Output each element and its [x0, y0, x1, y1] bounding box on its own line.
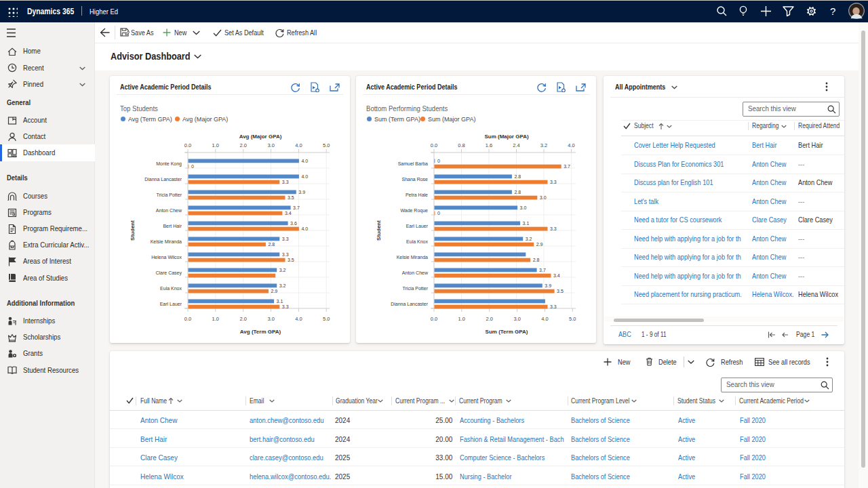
svg-text:2.8: 2.8	[268, 242, 275, 247]
svg-text:Avg (Term GPA): Avg (Term GPA)	[240, 329, 281, 335]
svg-text:4.0: 4.0	[301, 226, 308, 231]
svg-text:4.0: 4.0	[568, 142, 574, 148]
svg-text:0.0: 0.0	[431, 316, 437, 322]
svg-text:4.0: 4.0	[295, 316, 302, 322]
svg-text:0.8: 0.8	[458, 142, 465, 148]
svg-text:3.3: 3.3	[550, 226, 557, 231]
svg-text:2.8: 2.8	[514, 190, 521, 195]
svg-text:4.0: 4.0	[541, 316, 548, 322]
svg-text:3.3: 3.3	[550, 304, 557, 309]
svg-text:4.0: 4.0	[301, 174, 308, 179]
svg-text:3.2: 3.2	[279, 268, 286, 272]
svg-text:3.5: 3.5	[288, 195, 294, 200]
svg-text:0: 0	[437, 159, 440, 163]
svg-text:Anton Chew: Anton Chew	[402, 270, 429, 275]
svg-text:3.0: 3.0	[267, 142, 274, 148]
svg-text:0: 0	[191, 164, 194, 169]
svg-text:2.8: 2.8	[514, 174, 521, 179]
svg-text:0.0: 0.0	[184, 316, 191, 322]
svg-text:Dianna Lancaster: Dianna Lancaster	[391, 302, 429, 306]
svg-text:3.2: 3.2	[526, 237, 532, 241]
svg-text:Eula Knox: Eula Knox	[160, 286, 182, 291]
svg-text:5.0: 5.0	[323, 316, 330, 322]
svg-text:3.4: 3.4	[553, 273, 560, 278]
svg-text:2.0: 2.0	[239, 142, 246, 148]
svg-text:3.7: 3.7	[293, 205, 300, 210]
svg-text:3.3: 3.3	[282, 304, 289, 309]
svg-text:2.9: 2.9	[271, 289, 278, 293]
svg-text:Earl Lauer: Earl Lauer	[406, 224, 429, 228]
svg-text:0: 0	[437, 211, 440, 216]
svg-text:2.0: 2.0	[239, 316, 246, 322]
svg-text:2.8: 2.8	[533, 258, 540, 262]
svg-text:Monte Kong: Monte Kong	[156, 161, 182, 167]
svg-text:3.5: 3.5	[288, 258, 294, 262]
svg-text:3.3: 3.3	[550, 180, 557, 184]
svg-text:3.6: 3.6	[290, 221, 297, 226]
svg-text:Shana Rose: Shana Rose	[401, 177, 428, 182]
svg-text:2.4: 2.4	[513, 142, 519, 148]
svg-text:Sum (Term GPA): Sum (Term GPA)	[486, 329, 528, 335]
svg-text:Dianna Lancaster: Dianna Lancaster	[144, 177, 182, 182]
svg-text:3.7: 3.7	[564, 164, 570, 169]
svg-text:2.9: 2.9	[536, 242, 543, 247]
svg-text:3.5: 3.5	[557, 289, 564, 293]
svg-text:3.9: 3.9	[298, 190, 305, 195]
svg-text:1.0: 1.0	[458, 316, 465, 322]
svg-text:3.9: 3.9	[545, 283, 551, 288]
svg-text:Wade Roque: Wade Roque	[400, 208, 428, 214]
svg-text:Clare Casey: Clare Casey	[155, 270, 182, 276]
svg-text:3.3: 3.3	[282, 180, 289, 184]
svg-text:Samuel Barba: Samuel Barba	[398, 161, 428, 166]
svg-text:3.0: 3.0	[513, 316, 520, 322]
svg-text:5.0: 5.0	[323, 142, 330, 148]
svg-text:Petra Hale: Petra Hale	[406, 192, 428, 197]
svg-text:0.0: 0.0	[184, 142, 191, 148]
svg-text:3.7: 3.7	[539, 268, 546, 272]
svg-text:3.2: 3.2	[540, 142, 547, 148]
svg-text:Kelsie Miranda: Kelsie Miranda	[397, 255, 428, 260]
svg-text:5.0: 5.0	[569, 316, 576, 322]
svg-text:3.0: 3.0	[540, 195, 547, 200]
svg-text:Tricia Potter: Tricia Potter	[157, 192, 182, 197]
svg-text:1.0: 1.0	[212, 316, 219, 322]
svg-text:3.1: 3.1	[523, 221, 530, 226]
svg-text:3.0: 3.0	[267, 316, 274, 322]
svg-text:Student: Student	[130, 220, 136, 241]
svg-text:3.4: 3.4	[285, 211, 292, 216]
svg-text:4.0: 4.0	[295, 142, 302, 148]
svg-text:3.0: 3.0	[520, 205, 527, 210]
svg-text:3.2: 3.2	[279, 283, 286, 288]
svg-text:0.0: 0.0	[431, 142, 437, 148]
svg-text:Earl Lauer: Earl Lauer	[160, 302, 182, 306]
svg-text:Bert Hair: Bert Hair	[163, 224, 182, 228]
svg-text:Tricia Potter: Tricia Potter	[403, 286, 429, 291]
svg-text:Anton Chew: Anton Chew	[156, 208, 182, 213]
svg-text:Sum (Major GPA): Sum (Major GPA)	[484, 134, 529, 140]
svg-text:4.0: 4.0	[301, 159, 308, 163]
svg-text:1.0: 1.0	[212, 142, 219, 148]
svg-text:Helena Wilcox: Helena Wilcox	[151, 255, 182, 260]
svg-text:2.0: 2.0	[486, 316, 492, 322]
svg-text:Student: Student	[376, 220, 382, 241]
svg-text:3.3: 3.3	[282, 252, 289, 257]
svg-text:3.1: 3.1	[277, 299, 283, 304]
svg-text:1.6: 1.6	[486, 142, 492, 148]
svg-text:Kelsie Miranda: Kelsie Miranda	[151, 239, 182, 244]
svg-text:Eula Knox: Eula Knox	[406, 239, 428, 244]
svg-text:3.3: 3.3	[282, 237, 289, 241]
svg-text:Avg (Major GPA): Avg (Major GPA)	[239, 134, 282, 140]
